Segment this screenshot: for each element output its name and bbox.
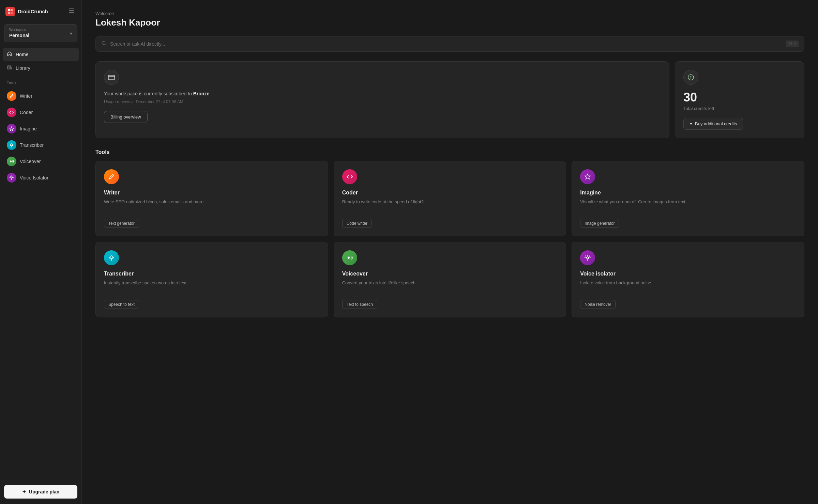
search-bar: ⌘ K <box>95 36 804 52</box>
info-row: Your workspace is currently subscribed t… <box>95 61 804 138</box>
coder-card-desc: Ready to write code at the speed of ligh… <box>342 199 558 212</box>
sidebar-item-voiceover-label: Voiceover <box>20 159 41 164</box>
search-input[interactable] <box>110 41 783 47</box>
writer-icon <box>7 91 16 101</box>
coder-card-badge: Code writer <box>342 219 372 228</box>
sidebar-item-library[interactable]: Library <box>3 61 79 75</box>
collapse-sidebar-button[interactable] <box>67 6 76 17</box>
imagine-icon <box>7 124 16 133</box>
voice-isolator-card-badge: Noise remover <box>580 300 616 309</box>
home-icon <box>7 51 12 58</box>
svg-rect-15 <box>109 78 111 78</box>
logo-icon <box>5 7 15 16</box>
coder-card-name: Coder <box>342 190 558 196</box>
sidebar-item-coder[interactable]: Coder <box>3 104 79 121</box>
sidebar-item-voiceover[interactable]: Voiceover <box>3 153 79 170</box>
user-name: Lokesh Kapoor <box>95 17 804 28</box>
sidebar-tools-label: Tools <box>0 76 81 86</box>
tools-section-title: Tools <box>95 149 804 155</box>
buy-credits-button[interactable]: ✦ Buy additional credits <box>683 118 743 130</box>
voiceover-icon <box>7 157 16 166</box>
renewal-text: Usage renews at December 27 at 07:08 AM <box>104 99 661 104</box>
svg-rect-1 <box>11 9 13 11</box>
subscription-text: Your workspace is currently subscribed t… <box>104 90 661 97</box>
search-shortcut: ⌘ K <box>786 41 799 47</box>
sidebar-item-writer-label: Writer <box>20 93 32 99</box>
chevron-down-icon: ▾ <box>70 31 72 36</box>
nav-section: Home Library <box>0 46 81 76</box>
tool-card-voiceover[interactable]: Voiceover Convert your texts into lifeli… <box>334 242 566 317</box>
tools-grid: Writer Write SEO optimized blogs, sales … <box>95 161 804 317</box>
workspace-label: Workspace <box>9 28 29 32</box>
sidebar-item-writer[interactable]: Writer <box>3 88 79 104</box>
tool-card-voice-isolator[interactable]: Voice isolator Isolate voice from backgr… <box>572 242 804 317</box>
sidebar-item-library-label: Library <box>16 65 30 71</box>
svg-rect-8 <box>9 66 11 69</box>
svg-point-21 <box>587 257 589 259</box>
voice-isolator-card-icon <box>580 250 595 265</box>
upgrade-plan-button[interactable]: ✦ Upgrade plan <box>4 485 77 499</box>
voice-isolator-icon <box>7 173 16 183</box>
credits-number: 30 <box>683 90 796 105</box>
svg-rect-14 <box>108 75 115 80</box>
imagine-card-desc: Visualize what you dream of. Create imag… <box>580 199 796 212</box>
svg-rect-6 <box>69 12 74 13</box>
sidebar-item-transcriber-label: Transcriber <box>20 142 44 148</box>
sidebar-item-imagine-label: Imagine <box>20 126 37 131</box>
svg-marker-11 <box>10 160 12 162</box>
tool-card-writer[interactable]: Writer Write SEO optimized blogs, sales … <box>95 161 328 236</box>
svg-point-10 <box>11 144 13 146</box>
sidebar-item-coder-label: Coder <box>20 110 33 115</box>
imagine-card-badge: Image generator <box>580 219 619 228</box>
svg-point-19 <box>110 256 113 258</box>
sidebar-item-imagine[interactable]: Imagine <box>3 121 79 137</box>
sidebar-footer: ✦ Upgrade plan <box>0 479 81 504</box>
billing-overview-button[interactable]: Billing overview <box>104 111 148 123</box>
writer-card-name: Writer <box>104 190 320 196</box>
main-content: Welcome Lokesh Kapoor ⌘ K Your workspace… <box>82 0 818 504</box>
upgrade-star-icon: ✦ <box>22 489 26 494</box>
writer-card-badge: Text generator <box>104 219 139 228</box>
transcriber-card-icon <box>104 250 119 265</box>
credits-label: Total credits left <box>683 106 796 111</box>
voice-isolator-card-desc: Isolate voice from background noise. <box>580 280 796 293</box>
workspace-selector[interactable]: Workspace Personal ▾ <box>4 24 77 42</box>
svg-marker-20 <box>348 256 350 259</box>
tool-card-imagine[interactable]: Imagine Visualize what you dream of. Cre… <box>572 161 804 236</box>
sidebar-header: DroidCrunch <box>0 0 81 23</box>
transcriber-card-name: Transcriber <box>104 271 320 277</box>
svg-rect-7 <box>7 66 9 69</box>
workspace-name: Personal <box>9 33 29 38</box>
svg-rect-4 <box>69 9 74 9</box>
tool-card-transcriber[interactable]: Transcriber Instantly transcribe spoken … <box>95 242 328 317</box>
sidebar-tools-list: Writer Coder Imagine Transcriber Voiceov… <box>0 86 81 187</box>
voice-isolator-card-name: Voice isolator <box>580 271 796 277</box>
writer-card-icon <box>104 169 119 184</box>
sidebar-item-transcriber[interactable]: Transcriber <box>3 137 79 153</box>
coder-icon <box>7 108 16 117</box>
sidebar: DroidCrunch Workspace Personal ▾ Home <box>0 0 82 504</box>
sidebar-item-voice-isolator[interactable]: Voice Isolator <box>3 170 79 186</box>
library-icon <box>7 65 12 72</box>
credits-card: T 30 Total credits left ✦ Buy additional… <box>675 61 804 138</box>
sidebar-item-home[interactable]: Home <box>3 48 79 61</box>
subscription-card: Your workspace is currently subscribed t… <box>95 61 669 138</box>
logo: DroidCrunch <box>5 7 48 16</box>
svg-rect-2 <box>8 12 10 14</box>
buy-credits-label: Buy additional credits <box>695 121 737 126</box>
svg-marker-18 <box>585 174 590 179</box>
coder-card-icon <box>342 169 357 184</box>
search-icon <box>101 41 107 47</box>
imagine-card-icon <box>580 169 595 184</box>
transcriber-card-desc: Instantly transcribe spoken words into t… <box>104 280 320 293</box>
voiceover-card-badge: Text to speech <box>342 300 377 309</box>
svg-rect-3 <box>11 12 13 14</box>
upgrade-plan-label: Upgrade plan <box>29 489 59 494</box>
voiceover-card-desc: Convert your texts into lifelike speech <box>342 280 558 293</box>
tool-card-coder[interactable]: Coder Ready to write code at the speed o… <box>334 161 566 236</box>
sidebar-item-home-label: Home <box>16 52 28 57</box>
sidebar-item-voice-isolator-label: Voice Isolator <box>20 175 48 180</box>
transcriber-icon <box>7 140 16 150</box>
svg-rect-0 <box>8 9 10 11</box>
svg-point-12 <box>11 177 12 178</box>
